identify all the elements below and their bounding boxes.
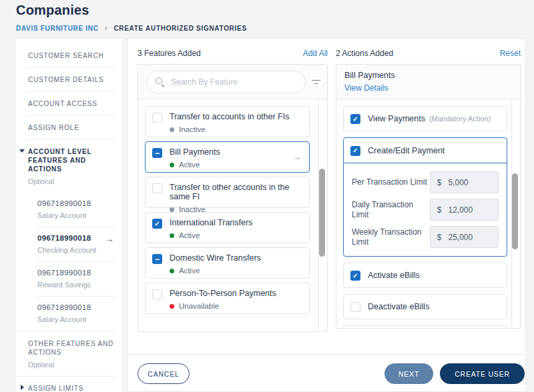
sidebar-item-assign-limits[interactable]: ASSIGN LIMITS [15, 377, 123, 392]
search-input[interactable]: Search By Feature [146, 71, 306, 93]
scrollbar-thumb[interactable] [319, 169, 325, 257]
limit-label: Per Transaction Limit [352, 177, 430, 187]
breadcrumb-current: CREATE AUTHORIZED SIGNATORIES [113, 25, 246, 32]
sidebar-account-checking[interactable]: 096718990018 Checking Account [15, 227, 123, 261]
reset-link[interactable]: Reset [500, 49, 521, 58]
feature-search-row: Search By Feature [138, 65, 327, 99]
limit-row: Per Transaction Limit $ 5,000 [352, 171, 499, 193]
sidebar-item-account-access[interactable]: ACCOUNT ACCESS [15, 92, 123, 115]
currency-symbol: $ [437, 178, 442, 187]
action-list: ✓ View Payments (Mandatory Action) ✓ Cre… [336, 99, 520, 328]
features-added-count: 3 Features Added [138, 49, 201, 58]
next-button[interactable]: NEXT [384, 363, 433, 384]
feature-card-transfer-same-fi[interactable]: Transfer to other accounts in the same F… [145, 177, 310, 208]
account-number: 096718990018 [37, 269, 116, 277]
status-label: Inactive [179, 125, 206, 133]
feature-label: Bill Payments [170, 147, 220, 157]
search-icon [155, 77, 165, 87]
currency-symbol: $ [437, 233, 442, 242]
wizard-sidebar: CUSTOMER SEARCH CUSTOMER DETAILS ACCOUNT… [15, 38, 123, 392]
feature-checkbox[interactable]: ✓ [152, 219, 162, 229]
sidebar-account-salary-1[interactable]: 096718990018 Salary Account [15, 193, 123, 227]
sidebar-account-salary-2[interactable]: 096718990018 Salary Account [15, 297, 123, 331]
transaction-limits: Per Transaction Limit $ 5,000 Daily Tran… [344, 163, 507, 256]
status-dot [170, 163, 174, 167]
feature-label: International Transfers [170, 218, 252, 227]
feature-checkbox[interactable] [152, 289, 162, 299]
sidebar-account-reward-savings[interactable]: 096718990018 Reward Savings [15, 262, 123, 296]
feature-checkbox[interactable] [152, 113, 162, 123]
status-dot [170, 233, 174, 238]
feature-card-international-transfers[interactable]: ✓ International Transfers Active [145, 212, 310, 243]
sidebar-item-label: ACCOUNT LEVEL FEATURES AND ACTIONS [28, 148, 91, 173]
account-type: Reward Savings [37, 281, 116, 289]
feature-card-bill-payments[interactable]: − Bill Payments Active [145, 141, 310, 173]
limit-label: Weekly Transaction Limit [352, 227, 430, 247]
status-label: Active [179, 267, 200, 275]
per-transaction-limit-input[interactable]: $ 5,000 [430, 171, 499, 193]
filter-icon[interactable] [311, 78, 321, 86]
action-card-deactivate-ebills[interactable]: Deactivate eBills [343, 294, 507, 319]
breadcrumb-parent-link[interactable]: DAVIS FURNITURE INC [16, 25, 99, 32]
chevron-right-icon [105, 23, 108, 33]
optional-label: Optional [15, 175, 123, 193]
account-type: Checking Account [37, 246, 116, 254]
feature-label: Person-To-Person Payments [170, 289, 276, 298]
optional-label: Optional [15, 359, 123, 376]
feature-card-p2p-payments[interactable]: Person-To-Person Payments Unavailable [145, 283, 310, 314]
footer-divider [127, 354, 525, 355]
feature-label: Transfer to accounts in other FIs [170, 112, 289, 121]
limit-row: Daily Transaction Limit $ 12,000 [352, 199, 499, 221]
main-panel: 3 Features Added Add All 2 Actions Added… [127, 38, 526, 392]
account-type: Salary Account [37, 315, 116, 323]
actions-column-header: 2 Actions Added Reset [336, 49, 521, 58]
action-checkbox[interactable]: ✓ [350, 146, 360, 156]
actions-panel: Bill Payments View Details ✓ View Paymen… [336, 64, 521, 329]
action-checkbox[interactable]: ✓ [350, 271, 360, 281]
status-dot [170, 304, 174, 309]
sidebar-item-customer-details[interactable]: CUSTOMER DETAILS [15, 68, 123, 91]
feature-checkbox[interactable]: − [152, 254, 162, 264]
action-label: Activate eBills [368, 271, 420, 280]
action-checkbox[interactable]: ✓ [350, 114, 360, 124]
view-details-link[interactable]: View Details [344, 83, 388, 93]
feature-list: Transfer to accounts in other FIs Inacti… [138, 99, 327, 331]
sidebar-item-other-features[interactable]: OTHER FEATURES AND ACTIONS [15, 331, 123, 359]
status-dot [170, 127, 174, 132]
sidebar-item-customer-search[interactable]: CUSTOMER SEARCH [15, 44, 123, 67]
daily-transaction-limit-input[interactable]: $ 12,000 [430, 199, 499, 221]
action-card-activate-ebills[interactable]: ✓ Activate eBills [343, 263, 507, 288]
actions-added-count: 2 Actions Added [336, 49, 393, 58]
cancel-button[interactable]: CANCEL [138, 363, 190, 384]
account-number: 096718990018 [37, 199, 116, 207]
status-label: Active [179, 231, 200, 239]
search-placeholder: Search By Feature [171, 77, 238, 87]
account-number: 096718990018 [37, 303, 116, 311]
action-checkbox[interactable] [350, 302, 360, 312]
action-card-create-edit-payment[interactable]: ✓ Create/Edit Payment [344, 138, 507, 163]
feature-checkbox[interactable]: − [152, 148, 162, 158]
limit-row: Weekly Transaction Limit $ 25,000 [352, 226, 499, 248]
sidebar-item-account-level-features[interactable]: ACCOUNT LEVEL FEATURES AND ACTIONS [15, 140, 123, 175]
triangle-right-icon [21, 385, 24, 390]
status-dot [170, 207, 174, 212]
features-column-header: 3 Features Added Add All [138, 49, 328, 58]
scrollbar-thumb[interactable] [512, 173, 518, 249]
limit-value: 25,000 [449, 233, 473, 242]
status-label: Active [179, 161, 200, 169]
breadcrumb: DAVIS FURNITURE INC CREATE AUTHORIZED SI… [16, 23, 247, 33]
action-group-create-edit-payment: ✓ Create/Edit Payment Per Transaction Li… [343, 137, 507, 257]
sidebar-item-label: ASSIGN LIMITS [28, 385, 83, 392]
add-all-link[interactable]: Add All [303, 49, 328, 58]
feature-card-domestic-wire-transfers[interactable]: − Domestic Wire Transfers Active [145, 247, 310, 279]
action-card-view-payments[interactable]: ✓ View Payments (Mandatory Action) [343, 106, 507, 131]
triangle-down-icon [19, 149, 25, 153]
feature-checkbox[interactable] [152, 183, 162, 193]
weekly-transaction-limit-input[interactable]: $ 25,000 [430, 226, 499, 248]
mandatory-action-note: (Mandatory Action) [429, 115, 491, 123]
limit-value: 12,000 [449, 205, 473, 215]
create-user-button[interactable]: CREATE USER [440, 363, 525, 384]
feature-card-transfer-other-fis[interactable]: Transfer to accounts in other FIs Inacti… [145, 106, 310, 137]
sidebar-item-assign-role[interactable]: ASSIGN ROLE [15, 116, 123, 139]
status-dot [170, 269, 174, 273]
